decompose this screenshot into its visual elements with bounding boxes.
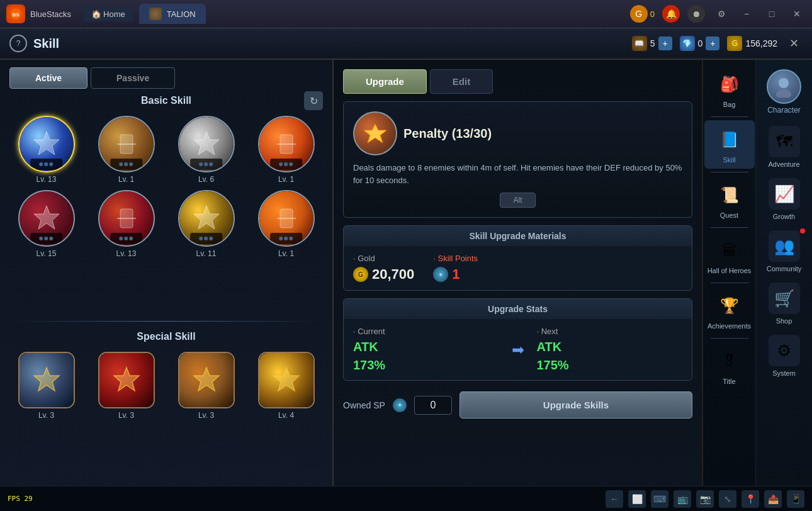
upgrade-materials-section: Skill Upgrade Materials · Gold G 20,700 … bbox=[343, 225, 692, 291]
phone-btn[interactable]: 📱 bbox=[787, 490, 804, 508]
far-nav: Character 🗺 Adventure 📈 Growth 👥 Communi… bbox=[755, 60, 812, 511]
alt-btn[interactable]: Alt bbox=[500, 193, 535, 208]
materials-row: · Gold G 20,700 · Skill Points ✦ 1 bbox=[353, 254, 682, 283]
skill-icon-bs2 bbox=[98, 116, 155, 172]
tab-active[interactable]: Active bbox=[9, 67, 87, 89]
tab-edit[interactable]: Edit bbox=[430, 69, 493, 94]
share-btn[interactable]: 📤 bbox=[764, 490, 782, 508]
sidebar-item-achievements[interactable]: 🏆 Achievements bbox=[704, 286, 755, 335]
page-title: Skill bbox=[33, 36, 59, 51]
bell-btn[interactable]: 🔔 bbox=[662, 5, 680, 23]
farnav-item-system[interactable]: ⚙ System bbox=[758, 330, 810, 382]
sidebar-icon-hall: 🏛 bbox=[715, 236, 743, 264]
maximize-btn[interactable]: □ bbox=[763, 5, 781, 23]
special-skill-item-sp1[interactable]: Lv. 3 bbox=[18, 352, 75, 420]
farnav-item-adventure[interactable]: 🗺 Adventure bbox=[758, 121, 810, 173]
skill-icon-inner bbox=[187, 125, 225, 163]
sidebar-label-quest: Quest bbox=[720, 211, 738, 219]
minimize-btn[interactable]: − bbox=[738, 5, 755, 23]
character-avatar[interactable] bbox=[767, 69, 801, 104]
special-skill-icon-sp1 bbox=[18, 352, 75, 408]
red-dot bbox=[800, 228, 805, 233]
titlebar-close-btn[interactable]: ✕ bbox=[788, 5, 806, 23]
svg-point-20 bbox=[776, 89, 791, 98]
skill-icon-inner bbox=[27, 125, 65, 163]
panel-close-btn[interactable]: ✕ bbox=[785, 35, 803, 52]
refresh-btn[interactable]: ↻ bbox=[304, 91, 323, 110]
skill-level-bs1: Lv. 13 bbox=[37, 175, 57, 184]
skill-level-bs7: Lv. 11 bbox=[196, 249, 217, 258]
sidebar-item-hall[interactable]: 🏛 Hall of Heroes bbox=[704, 231, 755, 279]
upgrade-skills-btn[interactable]: Upgrade Skills bbox=[460, 391, 692, 418]
section-divider bbox=[9, 321, 323, 322]
svg-marker-15 bbox=[114, 368, 139, 391]
book-add-btn[interactable]: + bbox=[658, 36, 672, 50]
settings-btn[interactable]: ⚙ bbox=[713, 5, 730, 23]
skill-level-bs4: Lv. 1 bbox=[278, 175, 294, 184]
sidebar-icon-skill: 📘 bbox=[715, 125, 743, 154]
special-skill-icon-sp2 bbox=[98, 352, 155, 408]
basic-skill-item-bs3[interactable]: Lv. 6 bbox=[169, 116, 243, 184]
stats-cols: · Current ATK 173% ➡ · Next ATK 175% bbox=[353, 327, 682, 373]
basic-skill-item-bs7[interactable]: Lv. 11 bbox=[169, 190, 243, 258]
sidebar-label-hall: Hall of Heroes bbox=[708, 267, 752, 274]
sidebar-item-skill[interactable]: 📘 Skill bbox=[704, 120, 755, 169]
bluestacks-logo: BS bbox=[6, 4, 25, 23]
svg-marker-8 bbox=[34, 206, 59, 229]
skill-icon-bs7 bbox=[178, 190, 235, 247]
owned-sp-input[interactable] bbox=[414, 396, 452, 415]
sidebar-label-bag: Bag bbox=[723, 101, 736, 108]
main-content: Active Passive Basic Skill ↻ bbox=[0, 60, 812, 511]
farnav-label-adventure: Adventure bbox=[768, 160, 799, 168]
special-skill-inner bbox=[187, 361, 225, 399]
svg-point-19 bbox=[779, 78, 789, 88]
skill-icon-bs3 bbox=[178, 116, 235, 172]
home-btn[interactable]: ⬜ bbox=[628, 490, 646, 508]
special-skill-title: Special Skill bbox=[137, 331, 195, 342]
back-btn[interactable]: ← bbox=[606, 490, 623, 508]
farnav-label-community: Community bbox=[767, 265, 802, 272]
materials-title: Skill Upgrade Materials bbox=[344, 226, 692, 246]
info-tabs: Upgrade Edit bbox=[343, 69, 692, 94]
skill-icon-inner bbox=[267, 125, 305, 163]
sp-value-row: ✦ 1 bbox=[433, 266, 478, 283]
home-tab[interactable]: 🏠 Home bbox=[84, 7, 133, 21]
next-atk-label: ATK bbox=[537, 339, 683, 354]
basic-skill-item-bs1[interactable]: Lv. 13 bbox=[9, 116, 83, 184]
current-atk-label: ATK bbox=[353, 339, 499, 354]
talion-tab[interactable]: TALION bbox=[139, 4, 206, 24]
basic-skill-item-bs4[interactable]: Lv. 1 bbox=[249, 116, 323, 184]
toppanel: ? Skill 📖 5 + 💎 0 + G 156,292 ✕ bbox=[0, 28, 812, 60]
tab-passive[interactable]: Passive bbox=[91, 67, 175, 89]
farnav-icon-system: ⚙ bbox=[769, 335, 800, 366]
farnav-item-community[interactable]: 👥 Community bbox=[758, 225, 810, 278]
special-skill-item-sp2[interactable]: Lv. 3 bbox=[98, 352, 155, 420]
screen-btn[interactable]: 📺 bbox=[674, 490, 691, 508]
camera-btn[interactable]: 📷 bbox=[696, 490, 714, 508]
sidebar-item-quest[interactable]: 📜 Quest bbox=[704, 176, 755, 224]
farnav-label-growth: Growth bbox=[773, 213, 795, 220]
help-icon[interactable]: ? bbox=[9, 35, 27, 52]
special-skill-item-sp4[interactable]: Lv. 4 bbox=[258, 352, 315, 420]
basic-skill-item-bs8[interactable]: Lv. 1 bbox=[249, 190, 323, 258]
farnav-item-shop[interactable]: 🛒 Shop bbox=[758, 278, 810, 330]
sidebar-item-title[interactable]: 🎖 Title bbox=[704, 342, 755, 390]
basic-skill-item-bs6[interactable]: Lv. 13 bbox=[89, 190, 163, 258]
location-btn[interactable]: 📍 bbox=[742, 490, 759, 508]
gem-add-btn[interactable]: + bbox=[706, 36, 719, 50]
keyboard-btn[interactable]: ⌨ bbox=[651, 490, 668, 508]
farnav-item-growth[interactable]: 📈 Growth bbox=[758, 173, 810, 225]
gold-icon: G bbox=[353, 267, 368, 282]
tab-upgrade[interactable]: Upgrade bbox=[343, 69, 427, 94]
basic-skill-title: Basic Skill bbox=[141, 95, 191, 106]
record-btn[interactable]: ⏺ bbox=[687, 5, 705, 23]
basic-skill-item-bs5[interactable]: Lv. 15 bbox=[9, 190, 83, 258]
basic-skill-item-bs2[interactable]: Lv. 1 bbox=[89, 116, 163, 184]
farnav-icon-growth: 📈 bbox=[769, 178, 800, 210]
sidebar-label-achievements: Achievements bbox=[708, 322, 751, 330]
skill-tabs: Active Passive bbox=[0, 60, 332, 89]
book-resource: 📖 5 + bbox=[632, 36, 672, 51]
resize-btn[interactable]: ⤡ bbox=[719, 490, 736, 508]
special-skill-item-sp3[interactable]: Lv. 3 bbox=[178, 352, 235, 420]
sidebar-item-bag[interactable]: 🎒 Bag bbox=[704, 65, 755, 113]
